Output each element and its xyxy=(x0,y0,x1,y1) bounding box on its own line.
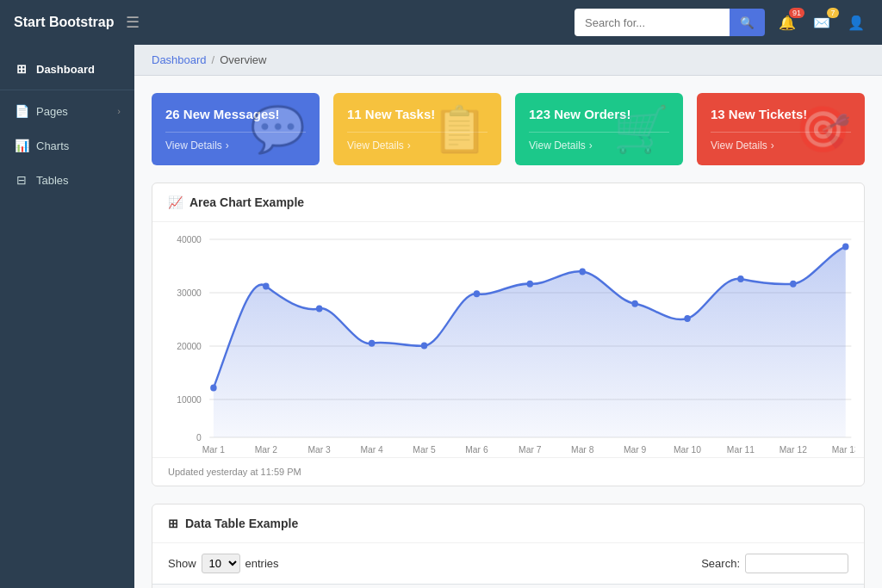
chart-point xyxy=(527,281,533,288)
charts-icon: 📊 xyxy=(14,139,29,152)
arrow-right-icon: › xyxy=(226,139,229,152)
show-entries: Show 10 25 50 entries xyxy=(168,554,279,573)
breadcrumb-parent[interactable]: Dashboard xyxy=(152,53,207,66)
chart-point xyxy=(263,283,269,290)
entries-select[interactable]: 10 25 50 xyxy=(202,554,240,573)
dashboard-icon: ⊞ xyxy=(14,62,29,76)
navbar-icons: 🔔 91 ✉️ 7 👤 xyxy=(775,11,868,34)
breadcrumb-current: Overview xyxy=(220,53,266,66)
arrow-right-icon: › xyxy=(771,139,774,152)
chart-point xyxy=(210,385,216,392)
data-table: Name ↕ Position ↕ Office ↕ Age ↕ Start d… xyxy=(152,584,864,588)
svg-text:Mar 13: Mar 13 xyxy=(832,444,855,455)
svg-text:Mar 2: Mar 2 xyxy=(255,444,277,455)
sidebar-item-charts[interactable]: 📊 Charts xyxy=(0,128,134,163)
app-title: Start Bootstrap xyxy=(14,15,114,30)
sidebar-label-dashboard: Dashboard xyxy=(36,63,121,76)
svg-text:Mar 7: Mar 7 xyxy=(519,444,541,455)
chart-point xyxy=(790,281,796,288)
chart-body: 40000 30000 20000 10000 0 xyxy=(152,222,864,457)
messages-badge: 7 xyxy=(827,8,839,18)
chart-update-text: Updated yesterday at 11:59 PM xyxy=(168,467,301,477)
table-search-label: Search: xyxy=(701,557,740,570)
col-age[interactable]: Age ↕ xyxy=(513,585,606,589)
arrow-right-icon: › xyxy=(589,139,593,152)
breadcrumb-separator: / xyxy=(212,53,215,66)
card-messages: 26 New Messages! 💬 View Details › xyxy=(152,93,320,165)
messages-button[interactable]: ✉️ 7 xyxy=(810,11,834,34)
pages-chevron-icon: › xyxy=(117,106,121,116)
col-office[interactable]: Office ↕ xyxy=(403,585,512,589)
chart-point xyxy=(579,268,585,275)
sidebar-label-tables: Tables xyxy=(36,174,121,187)
table-title: Data Table Example xyxy=(185,517,298,530)
area-fill xyxy=(214,247,846,437)
sidebar-item-tables[interactable]: ⊟ Tables xyxy=(0,163,134,197)
menu-toggle-icon[interactable]: ☰ xyxy=(126,13,140,32)
card-orders: 123 New Orders! 🛒 View Details › xyxy=(515,93,683,165)
svg-text:Mar 10: Mar 10 xyxy=(674,444,701,455)
chart-point xyxy=(369,340,375,347)
sidebar: ⊞ Dashboard 📄 Pages › 📊 Charts ⊟ Tables xyxy=(0,45,134,588)
chart-header: 📈 Area Chart Example xyxy=(152,183,864,222)
chart-point xyxy=(474,290,480,297)
main-content: Dashboard / Overview 26 New Messages! 💬 … xyxy=(134,45,882,588)
table-header-row: Name ↕ Position ↕ Office ↕ Age ↕ Start d… xyxy=(152,585,864,589)
svg-text:Mar 12: Mar 12 xyxy=(780,444,807,455)
navbar: Start Bootstrap ☰ 🔍 🔔 91 ✉️ 7 👤 xyxy=(0,0,882,45)
col-salary[interactable]: Salary ↕ xyxy=(748,585,864,589)
svg-text:Mar 4: Mar 4 xyxy=(360,444,382,455)
card-tickets: 13 New Tickets! 🎯 View Details › xyxy=(697,93,865,165)
svg-text:Mar 9: Mar 9 xyxy=(624,444,646,455)
table-controls: Show 10 25 50 entries Search: xyxy=(152,543,864,584)
svg-text:40000: 40000 xyxy=(177,234,202,244)
chart-point xyxy=(842,244,848,251)
tasks-card-icon: 📋 xyxy=(432,103,488,156)
sidebar-item-dashboard[interactable]: ⊞ Dashboard xyxy=(0,52,134,86)
svg-text:Mar 8: Mar 8 xyxy=(571,444,593,455)
svg-text:Mar 6: Mar 6 xyxy=(465,444,488,455)
cards-row: 26 New Messages! 💬 View Details › 11 New… xyxy=(152,93,865,165)
svg-text:30000: 30000 xyxy=(177,288,202,298)
chart-title-icon: 📈 xyxy=(168,195,183,209)
layout: ⊞ Dashboard 📄 Pages › 📊 Charts ⊟ Tables … xyxy=(0,45,882,588)
svg-text:0: 0 xyxy=(196,432,202,443)
content-area: 26 New Messages! 💬 View Details › 11 New… xyxy=(134,76,882,588)
area-chart-section: 📈 Area Chart Example 40000 30000 20000 xyxy=(152,183,865,486)
sidebar-label-charts: Charts xyxy=(36,139,121,152)
svg-text:10000: 10000 xyxy=(177,394,202,405)
svg-text:Mar 1: Mar 1 xyxy=(202,444,225,455)
svg-text:Mar 11: Mar 11 xyxy=(727,444,755,455)
svg-text:20000: 20000 xyxy=(177,341,202,351)
sidebar-item-pages[interactable]: 📄 Pages › xyxy=(0,94,134,128)
tables-icon: ⊟ xyxy=(14,173,29,187)
table-search-input[interactable] xyxy=(745,554,848,573)
chart-footer: Updated yesterday at 11:59 PM xyxy=(152,457,864,486)
search-form: 🔍 xyxy=(575,9,765,36)
alerts-button[interactable]: 🔔 91 xyxy=(775,11,799,34)
arrow-right-icon: › xyxy=(407,139,411,152)
messages-card-icon: 💬 xyxy=(250,103,306,156)
chart-point xyxy=(684,315,690,322)
tickets-card-icon: 🎯 xyxy=(795,103,851,156)
chart-title: Area Chart Example xyxy=(189,195,304,209)
svg-text:Mar 3: Mar 3 xyxy=(308,444,331,455)
card-tasks: 11 New Tasks! 📋 View Details › xyxy=(333,93,501,165)
area-chart-svg: 40000 30000 20000 10000 0 xyxy=(161,231,855,455)
svg-text:Mar 5: Mar 5 xyxy=(413,444,435,455)
table-section: ⊞ Data Table Example Show 10 25 50 entri… xyxy=(152,504,865,588)
sidebar-label-pages: Pages xyxy=(36,105,110,118)
search-button[interactable]: 🔍 xyxy=(730,9,765,36)
orders-card-icon: 🛒 xyxy=(613,103,669,156)
search-input[interactable] xyxy=(575,9,730,36)
chart-point xyxy=(737,275,743,282)
user-button[interactable]: 👤 xyxy=(844,11,868,34)
table-header: ⊞ Data Table Example xyxy=(152,504,864,543)
col-start-date[interactable]: Start date ↕ xyxy=(606,585,748,589)
col-name[interactable]: Name ↕ xyxy=(152,585,272,589)
alerts-badge: 91 xyxy=(789,8,804,18)
table-title-icon: ⊞ xyxy=(168,517,178,530)
chart-point xyxy=(631,300,637,307)
col-position[interactable]: Position ↕ xyxy=(272,585,404,589)
entries-label: entries xyxy=(245,557,279,570)
